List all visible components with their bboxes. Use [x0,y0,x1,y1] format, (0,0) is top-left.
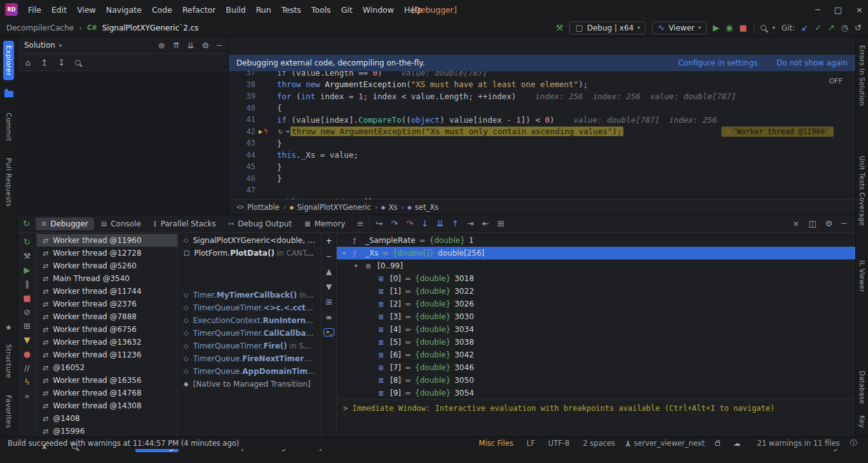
thread-row[interactable]: ⇄ Worker thread @12728 [37,247,177,259]
thread-row[interactable]: ⇄ Worker thread @14308 [37,399,177,412]
chevron-icon[interactable]: ▾ [342,250,349,256]
rerun-icon[interactable]: ↻ [23,219,30,228]
sidebar-item[interactable]: Pull Requests [3,153,14,211]
menu-item[interactable]: Window [358,3,399,17]
step-icon[interactable]: ⊞ [498,219,505,228]
immediate-window[interactable]: > Immediate Window: Interactive evaluati… [337,399,855,439]
thread-row[interactable]: ⇄ @1408 [37,412,177,425]
debug-button[interactable]: ◉ [726,24,733,32]
thread-row[interactable]: ⇄ Worker thread @5260 [37,259,177,272]
debug-action-icon[interactable]: ϟ [24,378,30,386]
thread-row[interactable]: ⇄ Worker thread @14768 [37,387,177,399]
debug-tab[interactable]: ∥ Parallel Stacks [148,218,222,230]
menu-item[interactable]: Code [147,3,177,17]
variable-row[interactable]: ≣ [7] = {double} 3046 [337,361,855,374]
panel-control-icon[interactable]: ─ [841,219,846,228]
solution-selector[interactable]: Solution [24,41,55,50]
breadcrumb-item[interactable]: › ◆ Xs [375,203,397,212]
watch-toolbar-icon[interactable]: + [325,237,332,245]
step-icon[interactable]: ↪ [376,219,383,228]
chevron-down-icon[interactable]: ▾ [773,25,775,31]
breadcrumb-item[interactable]: › ◆ SignalPlotXYGeneric [283,203,371,212]
sidebar-item[interactable]: Commit [3,108,14,146]
close-icon[interactable]: × [856,5,863,15]
menu-item[interactable]: Navigate [101,3,147,17]
debug-action-icon[interactable]: // [24,364,30,372]
debug-action-icon[interactable]: ↻ [24,238,31,246]
step-icon[interactable]: ↷ [406,219,413,228]
menu-item[interactable]: View [72,3,101,17]
sidebar-item[interactable]: Key [857,411,867,432]
debug-action-icon[interactable]: ∥ [25,280,29,288]
debug-action-icon[interactable]: ⊘ [24,308,31,316]
toolbar-icon[interactable]: ⊕ [158,41,165,50]
sidebar-item[interactable]: IL Viewer [857,256,867,297]
toolbar-icon[interactable]: ⇊ [187,41,194,50]
debug-action-icon[interactable]: ⊞ [24,322,31,330]
code-line[interactable]: 46 } [229,173,855,185]
watch-toolbar-icon[interactable]: ⊞ [325,298,332,307]
code-line[interactable]: 44 this._Xs = value; [229,149,855,162]
variable-row[interactable]: ƒ _SampleRate = {double} 1 [337,234,855,247]
sidebar-item-explorer[interactable]: Explorer [3,41,14,80]
watch-toolbar-icon[interactable]: ∞ [326,313,332,322]
watch-toolbar-icon[interactable]: ▲ [326,267,332,276]
debug-action-icon[interactable]: » [25,392,30,400]
thread-row[interactable]: ⇄ @16052 [37,361,177,374]
run-button[interactable]: ▶ [713,24,719,32]
toolbar-icon[interactable]: ⌂ [25,59,31,67]
debug-tab[interactable]: ↦ Debug Output [223,218,297,230]
step-icon[interactable]: ⇥ [467,219,474,228]
variable-row[interactable]: ≣ [3] = {double} 3030 [337,310,855,323]
stack-frame-row[interactable]: □ PlotForm.PlotData() in CANToolkit.V [178,247,321,259]
run-to-statement-icon[interactable]: ⇥ [285,127,290,135]
stack-frame-row[interactable]: ◇ TimerQueue.AppDomainTimerCallba [178,365,321,378]
code-line[interactable]: 45 } [229,161,855,173]
gutter[interactable]: 40 [229,104,277,113]
gutter[interactable]: 44 [229,151,277,160]
sidebar-item[interactable]: Structure [3,340,14,383]
debug-action-icon[interactable]: ▼ [24,336,31,344]
sidebar-item[interactable]: Unit Tests Coverage [857,151,867,230]
stop-button[interactable]: ■ [739,24,747,32]
code-line[interactable]: 40 { [229,102,855,114]
toolbar-icon[interactable]: ⚙ [202,41,210,50]
run-config-selector[interactable]: ▢ Debug | x64 ▾ [569,22,646,34]
step-icon[interactable]: ↓ [421,219,428,228]
code-line[interactable]: 41 if (value[index].CompareTo((object) v… [229,114,855,126]
build-icon[interactable]: ⚒ [556,24,564,32]
status-widget[interactable]: Misc Files [475,439,513,448]
gutter[interactable]: 46 [229,174,277,183]
git-action-icon[interactable]: ✓ [815,24,822,32]
minimize-icon[interactable]: ─ [815,5,820,15]
code-line[interactable]: 37 if (value.Length == 0)value: double[7… [229,71,855,79]
variable-row[interactable]: ≣ [9] = {double} 3054 [337,387,855,399]
sidebar-item[interactable]: Database [857,366,867,409]
watch-toolbar-icon[interactable]: − [325,252,332,261]
status-widget[interactable]: 2 spaces [580,439,615,448]
thread-row[interactable]: ⇄ @15996 [37,425,177,438]
variable-row[interactable]: ≣ [1] = {double} 3022 [337,285,855,298]
debug-tab[interactable]: ≣ Debugger [36,218,94,230]
toolbar-icon[interactable]: ◷ [841,24,848,32]
gutter[interactable]: 38 [229,80,277,89]
debug-action-icon[interactable]: ⚒ [24,252,31,260]
status-widget[interactable]: ☁ [733,439,744,448]
code-line[interactable]: 39 for (int index = 1; index < value.Len… [229,90,855,102]
toolbar-icon[interactable]: ↥ [41,59,48,67]
panel-control-icon[interactable]: ◫ [808,219,816,228]
debug-action-icon[interactable]: ■ [23,294,31,302]
variable-row[interactable]: ≣ [5] = {double} 3038 [337,336,855,349]
viewer-selector[interactable]: ∿ Viewer ▾ [652,22,707,34]
stack-frame-row[interactable]: ◇ Timer.MyTimerCallback() in System.T [178,289,321,301]
thread-row[interactable]: ⇄ Worker thread @2376 [37,298,177,310]
stack-frame-row[interactable]: ◆ [Native to Managed Transition] [178,378,321,390]
breadcrumb-root[interactable]: DecompilerCache [6,24,74,32]
panel-control-icon[interactable]: ⚙ [825,219,833,228]
git-action-icon[interactable]: ↙ [801,24,808,32]
code-line[interactable]: 38 throw new ArgumentException("XS must … [229,79,855,91]
gutter[interactable]: 37 [229,71,277,77]
debug-action-icon[interactable]: ▶ [24,266,31,274]
watch-toolbar-icon[interactable]: ▼ [326,282,332,291]
thread-row[interactable]: ⇄ Worker thread @11744 [37,285,177,298]
